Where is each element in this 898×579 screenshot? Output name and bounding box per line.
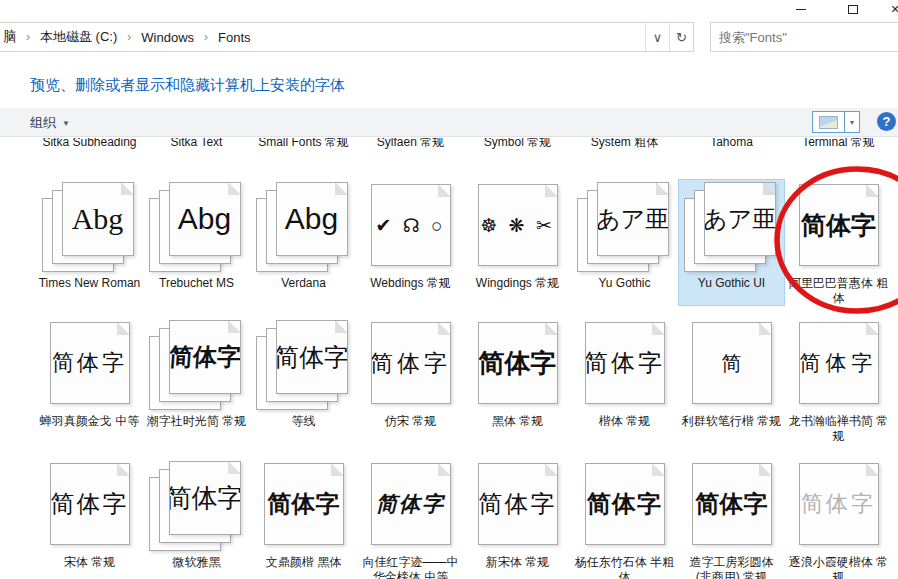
- font-tile[interactable]: ☸ ❋ ✂ Wingdings 常规: [464, 179, 571, 306]
- font-tile[interactable]: Tahoma: [678, 138, 785, 163]
- font-file-icon: ✔ ☊ ○: [363, 182, 459, 272]
- font-file-icon: 简体字: [149, 320, 245, 410]
- fonts-task-link[interactable]: 预览、删除或者显示和隐藏计算机上安装的字体: [30, 76, 345, 95]
- breadcrumb-windows[interactable]: Windows: [141, 30, 194, 45]
- font-tile[interactable]: Small Fonts 常规: [250, 138, 357, 163]
- font-tile[interactable]: 简体字 蝉羽真颜金戈 中等: [36, 317, 143, 444]
- chevron-right-icon: ›: [127, 30, 131, 44]
- font-tile[interactable]: 简体字 仿宋 常规: [357, 317, 464, 444]
- font-tile[interactable]: 简体字 龙书瀚临禅书简 常规: [785, 317, 892, 444]
- font-tile[interactable]: Abg Times New Roman: [36, 179, 143, 306]
- font-tile[interactable]: 简体字 新宋体 常规: [464, 458, 571, 579]
- font-file-icon: 简体字: [470, 320, 566, 410]
- chevron-down-icon: ∨: [653, 30, 663, 45]
- font-name-label: 仿宋 常规: [357, 414, 464, 444]
- font-tile[interactable]: 简体字 宋体 常规: [36, 458, 143, 579]
- change-view-button[interactable]: [812, 111, 845, 133]
- search-box[interactable]: [710, 22, 898, 52]
- font-tile[interactable]: Sitka Text: [143, 138, 250, 163]
- font-tile[interactable]: 简体字 阿里巴巴普惠体 粗体: [785, 179, 892, 306]
- font-tile[interactable]: あア亜 Yu Gothic UI: [678, 179, 785, 306]
- font-tile[interactable]: System 粗体: [571, 138, 678, 163]
- close-button[interactable]: ✕: [886, 2, 898, 16]
- font-tile[interactable]: 简体字 楷体 常规: [571, 317, 678, 444]
- font-file-icon: 简体字: [363, 461, 459, 551]
- minimize-button[interactable]: [792, 2, 810, 16]
- font-name-label: 微软雅黑: [143, 555, 250, 579]
- font-preview-glyphs: 简体字: [169, 481, 241, 516]
- breadcrumb-fonts[interactable]: Fonts: [218, 30, 251, 45]
- font-preview-glyphs: 简体字: [51, 488, 129, 520]
- close-icon: ✕: [890, 4, 898, 15]
- font-tile[interactable]: Terminal 常规: [785, 138, 892, 163]
- font-tile[interactable]: 简体字 逐浪小霞硬楷体 常规: [785, 458, 892, 579]
- font-preview-glyphs: 简体字: [169, 341, 241, 373]
- address-dropdown-button[interactable]: ∨: [645, 23, 669, 51]
- address-bar[interactable]: 脑 › 本地磁盘 (C:) › Windows › Fonts ∨ ↻: [0, 22, 694, 52]
- font-file-icon: 简体字: [577, 320, 673, 410]
- search-input[interactable]: [711, 30, 898, 45]
- font-name-label: Terminal 常规: [785, 138, 892, 165]
- font-preview-glyphs: 简体字: [801, 209, 876, 242]
- font-tile[interactable]: 简体字 潮字社时光简 常规: [143, 317, 250, 444]
- font-preview-glyphs: 简体字: [268, 488, 340, 520]
- font-name-label: 潮字社时光简 常规: [143, 414, 250, 444]
- font-tile[interactable]: 简体字 向佳红字迹——中华金榜体 中等: [357, 458, 464, 579]
- breadcrumb-computer[interactable]: 脑: [3, 28, 16, 46]
- font-file-icon: 简体字: [149, 461, 245, 551]
- font-name-label: 阿里巴巴普惠体 粗体: [785, 276, 892, 306]
- font-name-label: 利群软笔行楷 常规: [678, 414, 785, 444]
- font-name-label: Webdings 常规: [357, 276, 464, 306]
- font-tile[interactable]: ✔ ☊ ○ Webdings 常规: [357, 179, 464, 306]
- font-name-label: 蝉羽真颜金戈 中等: [36, 414, 143, 444]
- font-file-icon: 简体字: [791, 461, 887, 551]
- font-preview-glyphs: 简体字: [371, 348, 451, 379]
- font-file-icon: 简体字: [791, 182, 887, 272]
- font-preview-glyphs: 简体字: [479, 346, 557, 381]
- chevron-right-icon: ›: [26, 30, 30, 44]
- font-name-label: 黑体 常规: [464, 414, 571, 444]
- refresh-button[interactable]: ↻: [669, 23, 693, 51]
- font-tile[interactable]: Abg Trebuchet MS: [143, 179, 250, 306]
- font-row: 简体字 蝉羽真颜金戈 中等 简体字 潮字社时光简 常规 简体字 等线 简体字 仿…: [0, 317, 898, 444]
- font-tile[interactable]: Sylfaen 常规: [357, 138, 464, 163]
- font-file-icon: 简体字: [256, 461, 352, 551]
- font-preview-glyphs: 简体字: [479, 488, 557, 520]
- font-tile[interactable]: 简体字 造字工房彩圆体 (非商用) 常规: [678, 458, 785, 579]
- font-tile[interactable]: Symbol 常规: [464, 138, 571, 163]
- view-options: ▼: [812, 111, 860, 133]
- help-button[interactable]: ?: [877, 112, 896, 131]
- font-tile[interactable]: 简体字 等线: [250, 317, 357, 444]
- font-tile[interactable]: 简体字 杨任东竹石体 半粗体: [571, 458, 678, 579]
- font-name-label: Wingdings 常规: [464, 276, 571, 306]
- font-preview-glyphs: ☸ ❋ ✂: [480, 214, 554, 237]
- font-name-label: 造字工房彩圆体 (非商用) 常规: [678, 555, 785, 579]
- breadcrumb-local-disk-c[interactable]: 本地磁盘 (C:): [40, 28, 117, 46]
- refresh-icon: ↻: [676, 30, 687, 45]
- font-file-icon: あア亜: [684, 182, 780, 272]
- font-name-label: Times New Roman: [36, 276, 143, 306]
- font-tile[interactable]: 简 利群软笔行楷 常规: [678, 317, 785, 444]
- font-name-label: 杨任东竹石体 半粗体: [571, 555, 678, 579]
- view-dropdown-button[interactable]: ▼: [845, 111, 860, 133]
- font-file-icon: 简体字: [363, 320, 459, 410]
- font-file-icon: 简体字: [470, 461, 566, 551]
- font-tile[interactable]: あア亜 Yu Gothic: [571, 179, 678, 306]
- maximize-button[interactable]: [844, 2, 862, 16]
- font-file-icon: あア亜: [577, 182, 673, 272]
- font-tile[interactable]: 简体字 微软雅黑: [143, 458, 250, 579]
- font-preview-glyphs: あア亜: [597, 203, 669, 235]
- font-preview-glyphs: 简体字: [585, 347, 665, 379]
- font-tile[interactable]: 简体字 黑体 常规: [464, 317, 571, 444]
- font-name-label: 逐浪小霞硬楷体 常规: [785, 555, 892, 579]
- font-preview-glyphs: ✔ ☊ ○: [376, 214, 446, 237]
- organize-menu-button[interactable]: 组织 ▼: [30, 114, 70, 132]
- font-name-label: 文鼎颜楷 黑体: [250, 555, 357, 579]
- font-list[interactable]: Sitka SubheadingSitka TextSmall Fonts 常规…: [0, 138, 898, 579]
- font-tile[interactable]: 简体字 文鼎颜楷 黑体: [250, 458, 357, 579]
- font-name-label: 楷体 常规: [571, 414, 678, 444]
- font-tile[interactable]: Abg Verdana: [250, 179, 357, 306]
- font-tile[interactable]: Sitka Subheading: [36, 138, 143, 163]
- help-icon: ?: [883, 114, 891, 129]
- font-preview-glyphs: Abg: [72, 202, 124, 236]
